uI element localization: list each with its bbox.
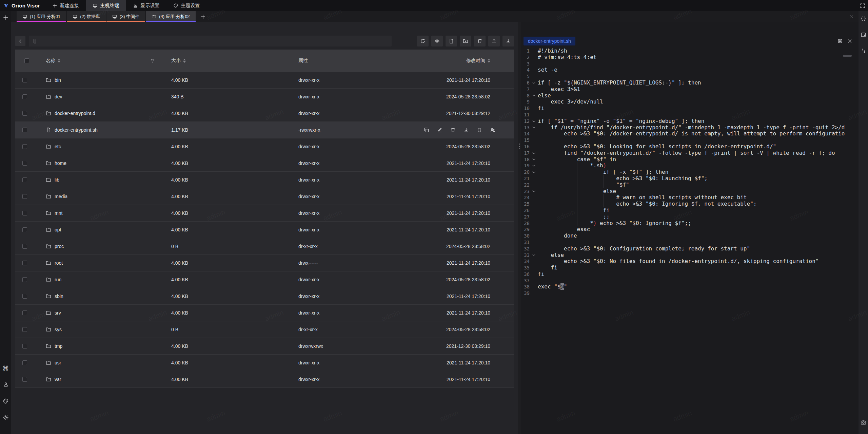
sort-toggle-icon[interactable] xyxy=(183,59,186,63)
file-row-mnt[interactable]: mnt4.00 KBdrwxr-xr-x2021-11-24 17:20:10 xyxy=(15,205,514,222)
row-checkbox[interactable] xyxy=(22,177,27,182)
toolbar-upload-button[interactable] xyxy=(488,36,500,46)
fold-arrow-icon[interactable] xyxy=(530,93,538,99)
row-checkbox[interactable] xyxy=(22,111,27,116)
brand[interactable]: Orion Visor xyxy=(0,0,45,11)
file-attr: drwxr-xr-x xyxy=(287,294,414,299)
toolbar-delete-button[interactable] xyxy=(474,36,486,46)
header-column-2[interactable]: 大小 xyxy=(160,58,287,64)
fold-arrow-icon[interactable] xyxy=(530,156,538,163)
command-icon[interactable]: ⌘ xyxy=(2,365,9,372)
camera-icon[interactable] xyxy=(861,419,866,425)
file-row-dev[interactable]: dev340 Bdrwxr-xr-x2024-05-28 23:58:02 xyxy=(15,89,514,105)
panel-divider[interactable] xyxy=(518,22,521,434)
back-button[interactable] xyxy=(15,36,25,46)
filter-icon[interactable] xyxy=(150,58,155,63)
close-all-tabs-icon[interactable] xyxy=(849,15,854,19)
row-checkbox[interactable] xyxy=(22,194,27,199)
header-checkbox-cell[interactable] xyxy=(15,58,34,63)
row-checkbox[interactable] xyxy=(22,327,27,332)
sort-toggle-icon[interactable] xyxy=(488,59,490,63)
terminal-tab-4[interactable]: (4) 应用-分析02 xyxy=(146,11,195,22)
sort-toggle-icon[interactable] xyxy=(58,59,60,63)
palette-icon[interactable] xyxy=(3,398,9,404)
braces-icon[interactable] xyxy=(861,16,866,22)
file-row-media[interactable]: media4.00 KBdrwxr-xr-x2021-11-24 17:20:1… xyxy=(15,188,514,205)
permission-icon[interactable] xyxy=(490,127,495,133)
file-row-opt[interactable]: opt4.00 KBdrwxr-xr-x2021-11-24 17:20:10 xyxy=(15,222,514,238)
terminal-tab-2[interactable]: (2) 数据库 xyxy=(67,11,106,22)
download-icon[interactable] xyxy=(463,127,469,133)
file-row-sys[interactable]: sys0 Bdr-xr-xr-x2024-05-28 23:58:02 xyxy=(15,321,514,338)
plus-icon[interactable] xyxy=(3,15,9,21)
row-checkbox[interactable] xyxy=(22,227,27,232)
copy-icon[interactable] xyxy=(424,127,429,133)
file-row-docker-entrypoint.d[interactable]: docker-entrypoint.d4.00 KBdrwxr-xr-x2021… xyxy=(15,105,514,122)
fold-arrow-icon[interactable] xyxy=(530,163,538,169)
toolbar-new-folder-button[interactable] xyxy=(460,36,471,46)
fold-arrow-icon[interactable] xyxy=(530,80,538,86)
move-icon[interactable] xyxy=(477,127,482,133)
swap-vertical-icon[interactable] xyxy=(861,48,866,54)
file-row-usr[interactable]: usr4.00 KBdrwxr-xr-x2021-11-24 17:20:10 xyxy=(15,355,514,371)
row-checkbox[interactable] xyxy=(22,277,27,282)
row-checkbox[interactable] xyxy=(22,261,27,265)
file-row-var[interactable]: var4.00 KBdrwxr-xr-x2021-11-24 17:20:10 xyxy=(15,371,514,388)
file-row-docker-entrypoint.sh[interactable]: docker-entrypoint.sh1.17 KB-rwxrwxr-x xyxy=(15,122,514,138)
nav-item-2[interactable]: 显示设置 xyxy=(126,0,166,11)
row-checkbox[interactable] xyxy=(22,161,27,166)
terminal-tab-1[interactable]: (1) 应用-分析01 xyxy=(17,11,66,22)
editor-close-icon[interactable] xyxy=(847,38,852,44)
toolbar-eye-button[interactable] xyxy=(431,36,443,46)
row-checkbox[interactable] xyxy=(22,377,27,382)
fold-arrow-icon[interactable] xyxy=(530,125,538,131)
path-input-box[interactable] xyxy=(29,36,392,46)
fold-arrow-icon[interactable] xyxy=(530,169,538,175)
file-row-tmp[interactable]: tmp4.00 KBdrwxrwxrwx2021-12-30 03:29:10 xyxy=(15,338,514,355)
row-checkbox[interactable] xyxy=(22,211,27,215)
editor-file-tab[interactable]: docker-entrypoint.sh xyxy=(524,37,575,45)
row-checkbox[interactable] xyxy=(22,94,27,99)
file-row-srv[interactable]: srv4.00 KBdrwxr-xr-x2021-11-24 17:20:10 xyxy=(15,305,514,321)
panel-icon[interactable] xyxy=(861,32,866,38)
nav-item-3[interactable]: 主题设置 xyxy=(166,0,207,11)
new-tab-button[interactable] xyxy=(196,11,211,22)
edit-icon[interactable] xyxy=(437,127,442,133)
row-checkbox[interactable] xyxy=(22,144,27,149)
delete-icon[interactable] xyxy=(450,127,456,133)
path-input[interactable] xyxy=(40,38,388,44)
file-row-home[interactable]: home4.00 KBdrwxr-xr-x2021-11-24 17:20:10 xyxy=(15,155,514,172)
file-row-run[interactable]: run4.00 KBdrwxr-xr-x2024-05-28 23:58:02 xyxy=(15,271,514,288)
stamp-icon[interactable] xyxy=(3,382,9,388)
editor-save-icon[interactable] xyxy=(837,38,843,44)
fold-arrow-icon[interactable] xyxy=(530,252,538,259)
header-column-4[interactable]: 修改时间 xyxy=(414,58,514,64)
toolbar-download-button[interactable] xyxy=(502,36,514,46)
row-checkbox[interactable] xyxy=(22,344,27,348)
row-checkbox[interactable] xyxy=(22,294,27,299)
row-checkbox[interactable] xyxy=(22,128,27,132)
fold-arrow-icon[interactable] xyxy=(530,188,538,195)
header-column-1[interactable]: 名称 xyxy=(34,58,160,64)
nav-item-0[interactable]: 新建连接 xyxy=(45,0,86,11)
gear-icon[interactable] xyxy=(3,414,9,420)
file-row-etc[interactable]: etc4.00 KBdrwxr-xr-x2024-05-28 23:58:02 xyxy=(15,138,514,155)
file-row-bin[interactable]: bin4.00 KBdrwxr-xr-x2021-11-24 17:20:10 xyxy=(15,72,514,89)
select-all-checkbox[interactable] xyxy=(24,58,29,63)
row-checkbox[interactable] xyxy=(22,360,27,365)
toolbar-new-file-button[interactable] xyxy=(446,36,457,46)
row-checkbox[interactable] xyxy=(22,78,27,82)
file-row-root[interactable]: root4.00 KBdrwx------2021-11-24 17:20:10 xyxy=(15,255,514,271)
terminal-tab-3[interactable]: (3) 中间件 xyxy=(106,11,145,22)
fold-arrow-icon[interactable] xyxy=(530,118,538,125)
fullscreen-icon[interactable] xyxy=(860,3,865,8)
file-row-sbin[interactable]: sbin4.00 KBdrwxr-xr-x2021-11-24 17:20:10 xyxy=(15,288,514,305)
editor-scrollbar-thumb[interactable] xyxy=(843,55,852,57)
toolbar-refresh-button[interactable] xyxy=(417,36,429,46)
row-checkbox[interactable] xyxy=(22,244,27,249)
fold-arrow-icon[interactable] xyxy=(530,150,538,156)
file-row-proc[interactable]: proc0 Bdr-xr-xr-x2024-05-28 23:58:02 xyxy=(15,238,514,255)
file-row-lib[interactable]: lib4.00 KBdrwxr-xr-x2021-11-24 17:20:10 xyxy=(15,172,514,188)
nav-item-1[interactable]: 主机终端 xyxy=(86,0,126,11)
row-checkbox[interactable] xyxy=(22,310,27,315)
